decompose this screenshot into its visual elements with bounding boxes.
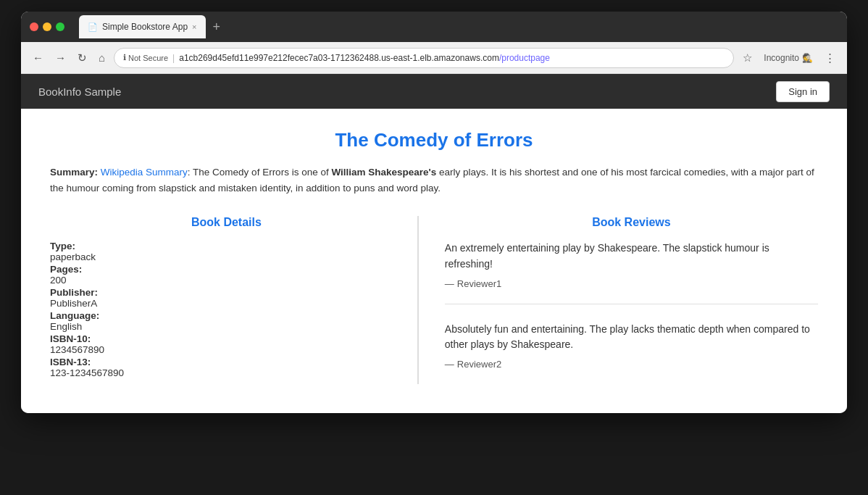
publisher-label: Publisher: [50, 287, 98, 298]
book-details-column: Book Details Type: paperback Pages: 200 … [50, 216, 419, 384]
tab-close-button[interactable]: × [192, 22, 196, 31]
incognito-label: Incognito [764, 53, 799, 63]
back-button[interactable]: ← [30, 49, 46, 67]
security-text: Not Secure [128, 54, 168, 62]
url-separator: | [172, 53, 175, 63]
tab-page-icon: 📄 [88, 22, 98, 32]
url-bar[interactable]: ℹ Not Secure | a1cb269d45efd11e997e212fe… [114, 48, 734, 68]
book-summary: Summary: Wikipedia Summary: The Comedy o… [50, 165, 818, 196]
review-author-1: —Reviewer1 [445, 278, 818, 289]
app-brand: BookInfo Sample [38, 86, 121, 98]
pages-value: 200 [50, 275, 67, 286]
security-icon: ℹ [123, 53, 126, 62]
details-list: Type: paperback Pages: 200 Publisher: Pu… [50, 241, 403, 378]
bookmark-button[interactable]: ☆ [740, 49, 755, 67]
detail-pages: Pages: 200 [50, 264, 403, 286]
publisher-value: PublisherA [50, 298, 97, 309]
incognito-icon: 🕵️ [802, 53, 813, 63]
incognito-indicator: Incognito 🕵️ [761, 50, 816, 66]
detail-publisher: Publisher: PublisherA [50, 287, 403, 309]
maximize-window-button[interactable] [56, 22, 64, 31]
detail-isbn13: ISBN-13: 123-1234567890 [50, 357, 403, 378]
isbn10-value: 1234567890 [50, 344, 104, 355]
summary-bold-author: William Shakespeare's [331, 167, 436, 178]
detail-language: Language: English [50, 310, 403, 332]
active-tab[interactable]: 📄 Simple Bookstore App × [79, 15, 206, 38]
two-column-layout: Book Details Type: paperback Pages: 200 … [50, 216, 818, 384]
review-text-1: An extremely entertaining play by Shakes… [445, 241, 818, 272]
details-header: Book Details [50, 216, 403, 229]
language-value: English [50, 321, 82, 332]
browser-window: 📄 Simple Bookstore App × + ← → ↻ ⌂ ℹ Not… [21, 12, 847, 413]
isbn13-label: ISBN-13: [50, 357, 91, 367]
language-label: Language: [50, 310, 99, 321]
security-indicator: ℹ Not Secure [123, 53, 168, 62]
home-button[interactable]: ⌂ [96, 49, 108, 67]
summary-text-1: : The Comedy of Errors is one of [188, 167, 332, 178]
close-window-button[interactable] [30, 22, 38, 31]
minimize-window-button[interactable] [43, 22, 51, 31]
traffic-lights [30, 22, 64, 31]
type-value: paperback [50, 251, 96, 262]
isbn13-value: 123-1234567890 [50, 367, 124, 378]
type-label: Type: [50, 241, 75, 251]
refresh-button[interactable]: ↻ [75, 49, 90, 67]
url-domain: a1cb269d45efd11e997e212fecec7a03-1712362… [179, 53, 725, 63]
detail-isbn10: ISBN-10: 1234567890 [50, 333, 403, 355]
forward-button[interactable]: → [52, 49, 69, 67]
title-bar: 📄 Simple Bookstore App × + [21, 12, 847, 42]
tab-label: Simple Bookstore App [102, 22, 188, 32]
review-card-1: An extremely entertaining play by Shakes… [445, 241, 818, 304]
reviews-header: Book Reviews [445, 216, 818, 229]
new-tab-button[interactable]: + [209, 20, 225, 33]
app-navbar: BookInfo Sample Sign in [21, 74, 847, 109]
address-bar: ← → ↻ ⌂ ℹ Not Secure | a1cb269d45efd11e9… [21, 42, 847, 74]
page-content: The Comedy of Errors Summary: Wikipedia … [21, 109, 847, 413]
pages-label: Pages: [50, 264, 82, 275]
summary-prefix-label: Summary: [50, 167, 98, 178]
review-card-2: Absolutely fun and entertaining. The pla… [445, 322, 818, 384]
isbn10-label: ISBN-10: [50, 333, 91, 344]
tab-bar: 📄 Simple Bookstore App × + [79, 15, 838, 38]
sign-in-button[interactable]: Sign in [776, 81, 830, 102]
book-reviews-column: Book Reviews An extremely entertaining p… [419, 216, 818, 384]
book-title: The Comedy of Errors [50, 129, 818, 151]
detail-type: Type: paperback [50, 241, 403, 262]
wikipedia-summary-link[interactable]: Wikipedia Summary [101, 167, 188, 178]
review-author-2: —Reviewer2 [445, 359, 818, 370]
browser-menu-button[interactable]: ⋮ [822, 49, 838, 67]
review-text-2: Absolutely fun and entertaining. The pla… [445, 322, 818, 353]
